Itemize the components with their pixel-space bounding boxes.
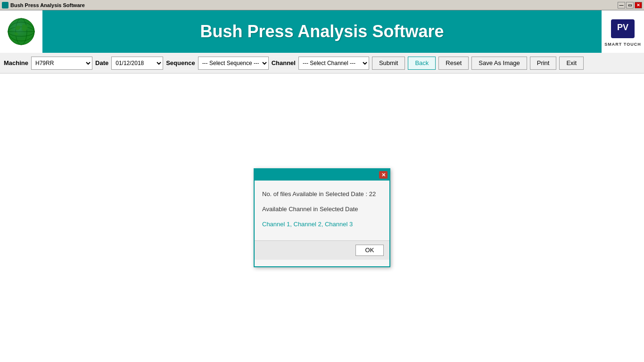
app-icon (2, 2, 8, 8)
save-as-image-button[interactable]: Save As Image (471, 57, 527, 70)
maximize-button[interactable]: ▭ (626, 2, 634, 8)
reset-button[interactable]: Reset (438, 57, 469, 70)
app-header: Bush Press Analysis Software PV SMART TO… (0, 10, 644, 53)
svg-point-5 (8, 18, 34, 45)
minimize-button[interactable]: — (618, 2, 625, 8)
close-button[interactable]: ✕ (635, 2, 642, 8)
files-available-text: No. of files Available in Selected Date … (262, 190, 376, 197)
machine-select[interactable]: H79RR (31, 57, 92, 70)
available-channel-label: Available Channel in Selected Date (262, 205, 382, 214)
sequence-label: Sequence (166, 59, 195, 66)
app-title: Bush Press Analysis Software (200, 22, 444, 41)
channel-label: Channel (272, 59, 296, 66)
title-bar: Bush Press Analysis Software — ▭ ✕ (0, 0, 644, 10)
date-label: Date (95, 59, 108, 66)
dialog-header: ✕ (255, 169, 389, 181)
title-bar-text: Bush Press Analysis Software (10, 2, 85, 8)
files-available-line: No. of files Available in Selected Date … (262, 190, 382, 198)
title-bar-controls: — ▭ ✕ (618, 2, 642, 8)
date-select[interactable]: 01/12/2018 (111, 57, 163, 70)
logo-right: PV SMART TOUCH (602, 10, 644, 53)
channel-select[interactable]: --- Select Channel --- (298, 57, 369, 70)
exit-button[interactable]: Exit (559, 57, 584, 70)
machine-label: Machine (4, 59, 28, 66)
sequence-select[interactable]: --- Select Sequence --- (198, 57, 269, 70)
ok-button[interactable]: OK (355, 245, 384, 256)
submit-button[interactable]: Submit (372, 57, 405, 70)
dialog-close-button[interactable]: ✕ (379, 171, 388, 179)
available-channel-text: Available Channel in Selected Date (262, 206, 358, 213)
main-content: ✕ No. of files Available in Selected Dat… (0, 74, 644, 362)
channel-list: Channel 1, Channel 2, Channel 3 (262, 220, 382, 229)
dialog-overlay: ✕ No. of files Available in Selected Dat… (0, 74, 644, 362)
logo-left (0, 10, 42, 53)
svg-text:PV: PV (617, 23, 628, 32)
smarttouch-label: SMART TOUCH (604, 42, 641, 47)
dialog-body: No. of files Available in Selected Date … (255, 181, 389, 240)
print-button[interactable]: Print (530, 57, 557, 70)
globe-icon (7, 17, 35, 46)
toolbar: Machine H79RR Date 01/12/2018 Sequence -… (0, 53, 644, 74)
dialog-footer: OK (255, 240, 389, 260)
smarttouch-logo-icon: PV (609, 17, 637, 42)
title-bar-left: Bush Press Analysis Software (2, 2, 85, 8)
info-dialog: ✕ No. of files Available in Selected Dat… (254, 168, 390, 267)
channel-list-text: Channel 1, Channel 2, Channel 3 (262, 221, 353, 228)
back-button[interactable]: Back (408, 57, 436, 70)
